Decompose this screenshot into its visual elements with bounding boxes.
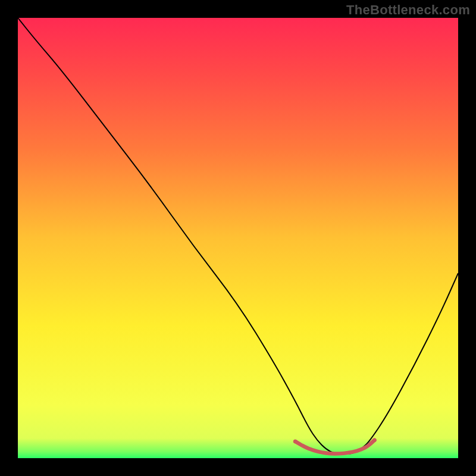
chart-svg: [18, 18, 458, 458]
plot-area: [18, 18, 458, 458]
gradient-background: [18, 18, 458, 458]
valley-end-dot: [293, 440, 298, 444]
chart-container: TheBottleneck.com: [0, 0, 476, 476]
valley-end-dot: [372, 438, 377, 442]
watermark-text: TheBottleneck.com: [346, 2, 470, 18]
